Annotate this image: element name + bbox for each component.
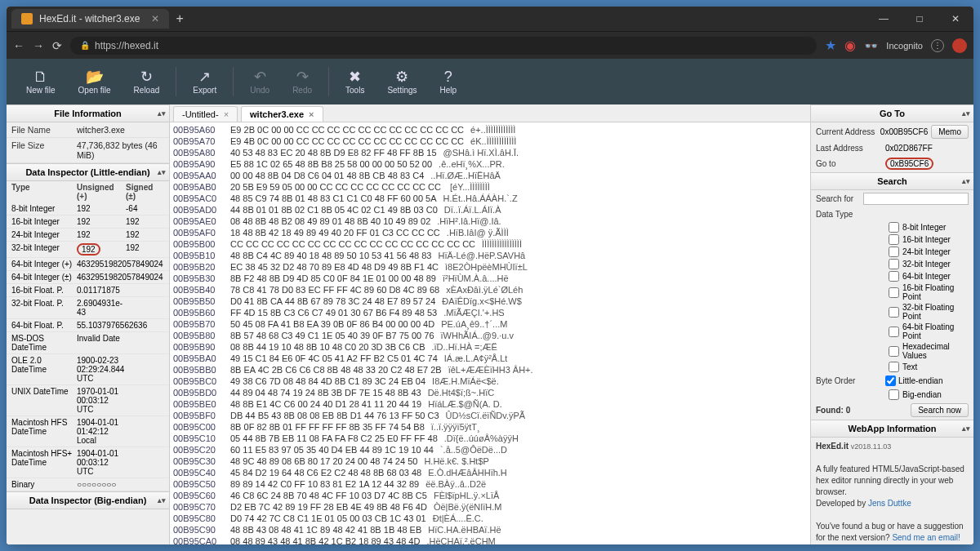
di-row[interactable]: 16-bit Integer192192 [7,216,169,229]
new-tab-button[interactable]: + [176,11,183,26]
search-input[interactable] [863,193,969,205]
hex-row[interactable]: 00B95B1048 8B C4 4C 89 40 18 48 89 50 10… [173,250,807,261]
profile-icon[interactable] [952,38,967,53]
hex-row[interactable]: 00B95C4045 84 D2 19 64 48 C6 E2 C2 48 48… [173,467,807,478]
hex-row[interactable]: 00B95C2060 11 E5 83 97 05 35 40 D4 EB 44… [173,444,807,455]
extension-icon[interactable]: ◉ [844,38,856,53]
redo-button[interactable]: ↷Redo [281,64,323,100]
data-inspector-le-header[interactable]: Data Inspector (Little-endian)▴▾ [7,163,169,181]
open-file-button[interactable]: 📂Open file [67,64,122,100]
hex-row[interactable]: 00B95A60E9 2B 0C 00 00 CC CC CC CC CC CC… [173,124,807,136]
collapse-icon[interactable]: ▴▾ [962,177,970,185]
export-button[interactable]: ↗Export [181,64,228,100]
hex-row[interactable]: 00B95AF018 48 8B 42 18 49 89 49 40 20 FF… [173,227,807,238]
search-type-option[interactable]: 8-bit Integer [811,221,973,233]
collapse-icon[interactable]: ▴▾ [158,496,166,504]
hex-dump[interactable]: 00B95A60E9 2B 0C 00 00 CC CC CC CC CC CC… [170,122,810,544]
tools-button[interactable]: ✖Tools [334,64,376,100]
hex-row[interactable]: 00B95BF0DB 44 B5 43 8B 08 08 EB 8B D1 44… [173,410,807,421]
tab-witcher3[interactable]: witcher3.exe× [241,106,323,122]
hex-row[interactable]: 00B95BA049 15 C1 84 E6 0F 4C 05 41 A2 FF… [173,353,807,364]
byte-order-be[interactable] [889,389,899,400]
hex-row[interactable]: 00B95C5089 89 14 42 C0 FF 10 83 81 E2 1A… [173,478,807,490]
data-inspector-be-header[interactable]: Data Inspector (Big-endian)▴▾ [7,491,169,509]
reload-icon[interactable]: ⟳ [52,39,62,52]
hex-row[interactable]: 00B95AA000 00 48 8B 04 D8 C6 04 01 48 8B… [173,170,807,181]
hex-row[interactable]: 00B95A70E9 4B 0C 00 00 CC CC CC CC CC CC… [173,136,807,147]
menu-icon[interactable]: ⋮ [931,39,944,52]
memo-button[interactable]: Memo [931,125,969,139]
hex-row[interactable]: 00B95B60FF 4D 15 8B C3 C6 C7 49 01 30 67… [173,307,807,318]
maximize-button[interactable]: □ [902,7,938,31]
di-row[interactable]: 24-bit Integer192192 [7,229,169,242]
di-row[interactable]: Binary○○○○○○○○ [7,478,169,491]
hex-row[interactable]: 00B95B00CC CC CC CC CC CC CC CC CC CC CC… [173,238,807,250]
hex-row[interactable]: 00B95C80D0 74 42 7C C8 C1 1E 01 05 00 03… [173,513,807,524]
back-icon[interactable]: ← [13,39,24,52]
webapp-info-header[interactable]: WebApp Information▴▾ [811,420,973,438]
browser-tab[interactable]: HexEd.it - witcher3.exe ✕ [11,9,169,29]
hex-row[interactable]: 00B95BD044 89 04 48 74 19 24 8B 3B DF 7E… [173,387,807,398]
hex-row[interactable]: 00B95C3048 9C 48 89 08 6B 80 17 20 24 00… [173,455,807,467]
reload-button[interactable]: ↻Reload [122,64,172,100]
hex-row[interactable]: 00B95B7050 45 08 FA 41 B8 EA 39 0B 0F 86… [173,318,807,330]
di-row[interactable]: 32-bit Float. P.2.6904931e-43 [7,297,169,319]
search-type-option[interactable]: 16-bit Integer [811,233,973,246]
di-row[interactable]: Macintosh HFS+ DateTime1904-01-01 00:03:… [7,447,169,478]
new-file-button[interactable]: 🗋New file [15,64,67,100]
close-icon[interactable]: × [224,109,229,119]
di-row[interactable]: UNIX DateTime1970-01-01 00:03:12 UTC [7,385,169,416]
hex-row[interactable]: 00B95B808B 57 48 68 C3 49 C1 1E 05 40 39… [173,330,807,341]
hex-row[interactable]: 00B95C70D2 EB 7C 42 89 19 FF 28 EB 4E 49… [173,501,807,513]
search-type-option[interactable]: 32-bit Floating Point [811,302,973,322]
undo-button[interactable]: ↶Undo [238,64,281,100]
di-row[interactable]: 64-bit Integer (+)4632951982057849024 [7,258,169,271]
search-now-button[interactable]: Search now [911,403,969,417]
hex-row[interactable]: 00B95C9048 8B 43 08 48 41 1C 89 48 42 41… [173,524,807,535]
di-row[interactable]: 8-bit Integer192-64 [7,202,169,216]
goto-value[interactable]: 0xB95CF6 [885,158,933,170]
search-type-option[interactable]: 32-bit Integer [811,258,973,270]
search-header[interactable]: Search▴▾ [811,172,973,190]
di-row[interactable]: 64-bit Integer (±)4632951982057849024 [7,271,169,284]
tab-untitled[interactable]: -Untitled-× [173,106,238,122]
hex-row[interactable]: 00B95B9008 8B 44 19 10 48 8B 10 48 C0 20… [173,341,807,353]
hex-row[interactable]: 00B95BE048 8B E1 4C C6 00 24 40 D1 28 41… [173,398,807,410]
search-type-option[interactable]: Text [811,361,973,373]
help-button[interactable]: ?Help [429,64,469,100]
hex-row[interactable]: 00B95C008B 0F 82 8B 01 FF FF FF FF 8B 35… [173,421,807,433]
search-type-option[interactable]: Hexadecimal Values [811,341,973,361]
developer-link[interactable]: Jens Duttke [868,499,911,508]
hex-row[interactable]: 00B95CA008 48 89 43 48 41 8B 42 1C B2 18… [173,535,807,544]
hex-row[interactable]: 00B95AE008 48 8B 48 B2 08 49 89 01 48 8B… [173,216,807,227]
hex-row[interactable]: 00B95A8040 53 48 83 EC 20 48 8B D9 E8 82… [173,147,807,158]
di-row[interactable]: MS-DOS DateTimeInvalid Date [7,332,169,354]
close-tab-icon[interactable]: ✕ [151,13,159,24]
hex-row[interactable]: 00B95BC049 38 C6 7D 08 48 84 4D 8B C1 89… [173,375,807,387]
di-row[interactable]: 64-bit Float. P.55.1037976562636 [7,319,169,332]
hex-row[interactable]: 00B95C1005 44 8B 7B EB 11 08 FA FA F8 C2… [173,433,807,444]
di-row[interactable]: 16-bit Float. P.0.01171875 [7,284,169,297]
email-link[interactable]: Send me an email! [892,533,960,542]
hex-row[interactable]: 00B95AC048 85 C9 74 8B 01 48 83 C1 C1 C0… [173,193,807,204]
hex-row[interactable]: 00B95AD044 8B 01 01 8B 02 C1 8B 05 4C 02… [173,204,807,216]
hex-row[interactable]: 00B95B308B F2 48 8B D9 4D 85 C0 0F 84 1E… [173,273,807,284]
collapse-icon[interactable]: ▴▾ [158,109,166,118]
search-type-option[interactable]: 24-bit Integer [811,246,973,258]
hex-row[interactable]: 00B95B50D0 41 8B CA 44 8B 67 89 78 3C 24… [173,295,807,307]
hex-row[interactable]: 00B95C6046 C8 6C 24 8B 70 48 4C FF 10 03… [173,490,807,501]
forward-icon[interactable]: → [33,39,44,52]
hex-row[interactable]: 00B95AB020 5B E9 59 05 00 00 CC CC CC CC… [173,181,807,193]
bookmark-icon[interactable]: ★ [825,38,836,53]
goto-header[interactable]: Go To▴▾ [811,104,973,122]
hex-row[interactable]: 00B95BB08B EA 4C 2B C6 C6 C8 8B 48 48 33… [173,364,807,375]
close-icon[interactable]: × [309,109,314,119]
collapse-icon[interactable]: ▴▾ [158,168,166,176]
hex-row[interactable]: 00B95B20EC 38 45 32 D2 48 70 89 E8 4D 48… [173,261,807,273]
close-window-button[interactable]: ✕ [938,7,973,31]
hex-row[interactable]: 00B95A90E5 88 1C 02 65 48 8B B8 25 58 00… [173,158,807,170]
di-row[interactable]: OLE 2.0 DateTime1900-02-23 02:29:24.844 … [7,354,169,385]
settings-button[interactable]: ⚙Settings [376,64,428,100]
search-type-option[interactable]: 64-bit Integer [811,270,973,282]
file-info-header[interactable]: File Information▴▾ [7,104,169,122]
